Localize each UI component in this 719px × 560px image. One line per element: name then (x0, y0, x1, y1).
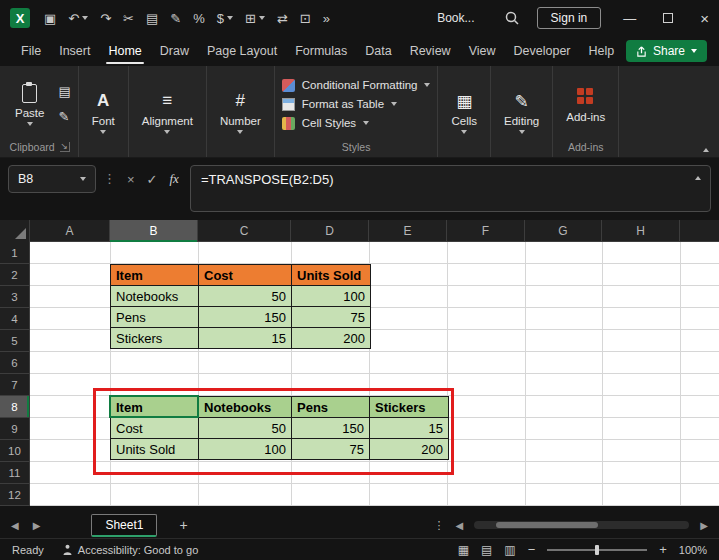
sheet-tab-sheet1[interactable]: Sheet1 (91, 514, 157, 537)
cell-D5[interactable]: 200 (292, 328, 371, 349)
tab-page-layout[interactable]: Page Layout (198, 37, 286, 65)
number-button[interactable]: # Number (214, 88, 267, 136)
row-header-5[interactable]: 5 (0, 330, 30, 352)
paste-button[interactable]: Paste (9, 80, 50, 128)
normal-view-icon[interactable]: ▦ (458, 543, 469, 557)
tab-home[interactable]: Home (99, 37, 150, 65)
more-commands-icon[interactable]: » (323, 12, 330, 25)
scrollbar-thumb[interactable] (496, 522, 598, 528)
cell-D10[interactable]: 75 (292, 439, 370, 460)
column-header-b[interactable]: B (110, 220, 198, 242)
maximize-button[interactable] (663, 13, 673, 23)
row-header-10[interactable]: 10 (0, 440, 30, 462)
conditional-formatting-button[interactable]: Conditional Formatting (282, 79, 431, 92)
cell-D3[interactable]: 100 (292, 286, 371, 307)
cell-C8[interactable]: Notebooks (199, 397, 292, 418)
cell-B4[interactable]: Pens (111, 307, 199, 328)
sign-in-button[interactable]: Sign in (537, 7, 602, 29)
tab-draw[interactable]: Draw (151, 37, 198, 65)
cut-icon[interactable]: ✂ (123, 12, 134, 25)
share-button[interactable]: Share (626, 40, 707, 62)
name-box[interactable]: B8 (8, 165, 96, 193)
tab-help[interactable]: Help (580, 37, 624, 65)
column-header-e[interactable]: E (369, 220, 447, 242)
undo-icon[interactable]: ↶ (68, 12, 88, 25)
column-header-d[interactable]: D (291, 220, 369, 242)
format-as-table-button[interactable]: Format as Table (282, 98, 431, 111)
enter-icon[interactable]: ✓ (147, 172, 158, 187)
copy-icon[interactable]: ▤ (146, 12, 158, 25)
accessibility-checker[interactable]: Accessibility: Good to go (62, 544, 198, 556)
search-icon[interactable] (505, 11, 519, 25)
editing-button[interactable]: ✎ Editing (498, 88, 545, 136)
cell-D2[interactable]: Units Sold (292, 265, 371, 286)
column-header-g[interactable]: G (525, 220, 602, 242)
tab-review[interactable]: Review (401, 37, 460, 65)
cell-C2[interactable]: Cost (199, 265, 292, 286)
tab-developer[interactable]: Developer (505, 37, 580, 65)
cell-E10[interactable]: 200 (370, 439, 449, 460)
cell-B10[interactable]: Units Sold (111, 439, 199, 460)
row-header-8[interactable]: 8 (0, 396, 30, 418)
cell-B5[interactable]: Stickers (111, 328, 199, 349)
redo-icon[interactable]: ↷ (100, 12, 111, 25)
formula-input[interactable]: =TRANSPOSE(B2:D5) (190, 165, 711, 212)
cell-D8[interactable]: Pens (292, 397, 370, 418)
column-header-f[interactable]: F (447, 220, 525, 242)
scroll-right-icon[interactable]: ▶ (697, 520, 711, 531)
zoom-out-icon[interactable]: − (528, 542, 536, 557)
tab-file[interactable]: File (12, 37, 50, 65)
new-sheet-button[interactable]: + (179, 517, 187, 533)
zoom-slider-thumb[interactable] (595, 545, 599, 555)
tab-formulas[interactable]: Formulas (286, 37, 356, 65)
row-header-9[interactable]: 9 (0, 418, 30, 440)
cell-C9[interactable]: 50 (199, 418, 292, 439)
tab-data[interactable]: Data (356, 37, 400, 65)
format-painter-button[interactable]: ✎ (58, 109, 70, 124)
cell-E8[interactable]: Stickers (370, 397, 449, 418)
cell-styles-button[interactable]: Cell Styles (282, 117, 431, 130)
zoom-level[interactable]: 100% (679, 544, 707, 556)
prev-sheet-icon[interactable]: ◀ (8, 520, 22, 531)
cell-B2[interactable]: Item (111, 265, 199, 286)
page-layout-view-icon[interactable]: ▤ (481, 543, 492, 557)
cell-D4[interactable]: 75 (292, 307, 371, 328)
currency-style-icon[interactable]: $ (217, 12, 233, 25)
scroll-left-icon[interactable]: ◀ (453, 520, 467, 531)
excel-logo-icon[interactable]: X (10, 8, 30, 28)
tab-view[interactable]: View (460, 37, 505, 65)
row-header-7[interactable]: 7 (0, 374, 30, 396)
font-button[interactable]: A Font (86, 88, 121, 136)
screenshot-icon[interactable]: ⊡ (300, 12, 311, 25)
collapse-ribbon-icon[interactable] (703, 148, 709, 152)
scrollbar-options-icon[interactable]: ⋮ (434, 519, 445, 532)
cells-area[interactable]: Item Cost Units Sold Notebooks 50 100 Pe… (30, 242, 719, 506)
cells-button[interactable]: ▦ Cells (445, 88, 483, 136)
minimize-button[interactable]: — (623, 11, 636, 26)
cell-B9[interactable]: Cost (111, 418, 199, 439)
cell-B8[interactable]: Item (111, 397, 199, 418)
format-painter-icon[interactable]: ✎ (170, 12, 181, 25)
row-header-2[interactable]: 2 (0, 264, 30, 286)
zoom-slider[interactable] (547, 549, 647, 551)
cell-C5[interactable]: 15 (199, 328, 292, 349)
row-header-1[interactable]: 1 (0, 242, 30, 264)
clipboard-dialog-launcher[interactable]: ↘ (60, 142, 71, 152)
row-header-11[interactable]: 11 (0, 462, 30, 484)
copy-button[interactable]: ▤ (58, 84, 70, 99)
column-header-a[interactable]: A (30, 220, 110, 242)
cancel-icon[interactable]: × (127, 172, 135, 187)
tab-insert[interactable]: Insert (50, 37, 99, 65)
save-icon[interactable]: ▣ (44, 12, 56, 25)
column-header-h[interactable]: H (602, 220, 680, 242)
addins-button[interactable]: Add-ins (560, 84, 611, 125)
borders-icon[interactable]: ⊞ (245, 12, 265, 25)
column-header-c[interactable]: C (198, 220, 291, 242)
percent-style-icon[interactable]: % (193, 12, 205, 25)
cell-D9[interactable]: 150 (292, 418, 370, 439)
row-header-3[interactable]: 3 (0, 286, 30, 308)
cell-C10[interactable]: 100 (199, 439, 292, 460)
close-button[interactable]: × (700, 10, 709, 27)
row-header-6[interactable]: 6 (0, 352, 30, 374)
merge-center-icon[interactable]: ⇄ (277, 12, 288, 25)
